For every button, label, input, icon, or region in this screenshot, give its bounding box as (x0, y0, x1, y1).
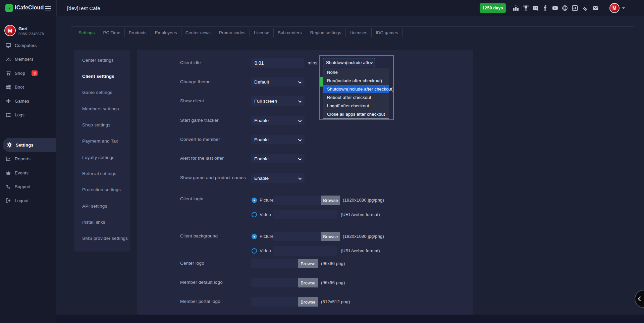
hamburger-menu-icon[interactable] (45, 5, 51, 11)
center-logo-input[interactable] (251, 259, 298, 268)
client-background-video-input[interactable] (273, 246, 337, 256)
sidebar-item-shop[interactable]: Shop 3 (0, 66, 56, 80)
client-background-label: Client background (180, 233, 218, 238)
layers-icon[interactable] (582, 5, 589, 11)
globe-icon[interactable] (561, 5, 568, 11)
nav-center-settings[interactable]: Center settings (82, 58, 114, 63)
client-login-picture-radio[interactable] (252, 198, 257, 203)
sidebar-item-label: Boot (15, 85, 24, 90)
client-login-video-radio[interactable] (252, 212, 257, 217)
tab-license[interactable]: License (250, 28, 274, 37)
sidebar-item-settings[interactable]: Settings (3, 138, 56, 152)
sidebar-item-label: Logs (15, 112, 24, 117)
start-game-tracker-select[interactable]: Enable (251, 116, 305, 125)
member-portal-logo-input[interactable] (251, 297, 298, 307)
member-default-logo-input[interactable] (251, 278, 298, 287)
show-client-select[interactable]: Full screen (251, 96, 305, 106)
client-background-picture-input[interactable] (273, 232, 321, 241)
tab-region-settings[interactable]: Region settings (306, 28, 346, 37)
client-login-picture-browse-button[interactable]: Browse (321, 196, 340, 205)
change-theme-value: Default (254, 79, 269, 85)
brand-logo-icon[interactable]: i2 (5, 4, 13, 12)
center-logo-browse-button[interactable]: Browse (298, 259, 318, 268)
sidebar-item-label: Reports (15, 156, 31, 161)
discord-icon[interactable] (532, 5, 539, 11)
tab-licenses[interactable]: Licenses (345, 28, 372, 37)
sidebar-item-support[interactable]: Support (0, 180, 56, 194)
dropdown-option-shutdown[interactable]: Shutdown(include after checkout) (323, 85, 389, 93)
show-game-product-names-select[interactable]: Enable (251, 173, 305, 183)
facebook-icon[interactable] (542, 5, 549, 11)
client-idle-action-select[interactable]: Shutdown(include after (323, 58, 375, 67)
chevron-down-icon[interactable] (622, 7, 625, 9)
client-background-video-radio-label: Video (260, 248, 271, 253)
tab-center-news[interactable]: Center news (181, 28, 215, 37)
alert-last-offer-select[interactable]: Enable (251, 154, 305, 163)
sidebar-avatar[interactable]: M (4, 25, 16, 36)
nav-protection-settings[interactable]: Protection settings (82, 187, 121, 192)
nav-install-links[interactable]: Install links (82, 220, 105, 225)
nav-referral-settings[interactable]: Referral settings (82, 171, 116, 176)
sidebar-item-label: Computers (15, 43, 37, 48)
icafecloud-icon[interactable] (572, 5, 578, 11)
tab-products[interactable]: Products (125, 28, 151, 37)
nav-sms-provider-settings[interactable]: SMS provider settings (82, 236, 128, 241)
tab-promo-codes[interactable]: Promo codes (215, 28, 250, 37)
sidebar-item-logs[interactable]: Logs (0, 108, 56, 122)
client-background-picture-hint: (1920x1080 jpg/png) (343, 234, 384, 239)
nav-shop-settings[interactable]: Shop settings (82, 122, 110, 127)
dropdown-option-run[interactable]: Run(include after checkout) (323, 76, 389, 85)
member-default-logo-browse-button[interactable]: Browse (298, 278, 318, 287)
crown-icon (6, 170, 11, 175)
sidebar-item-members[interactable]: Members (0, 52, 56, 66)
change-theme-select[interactable]: Default (251, 77, 305, 87)
tab-idc-games[interactable]: IDC games (372, 28, 402, 37)
client-background-picture-radio[interactable] (252, 234, 257, 239)
trophy-icon[interactable] (523, 5, 529, 11)
dropdown-option-close-all-apps[interactable]: Close all apps after checkout (323, 110, 389, 118)
tab-sub-centers[interactable]: Sub centers (274, 28, 306, 37)
tab-employees[interactable]: Employees (151, 28, 181, 37)
sidebar-item-events[interactable]: Events (0, 166, 56, 180)
client-login-picture-input[interactable] (273, 196, 321, 205)
convert-to-member-label: Convert to member (180, 137, 220, 142)
user-phone: 008612345678 (18, 32, 44, 36)
license-days-badge[interactable]: 1250 days (480, 3, 506, 13)
mail-icon[interactable] (592, 5, 599, 11)
convert-to-member-value: Enable (254, 137, 269, 142)
monitor-icon (6, 43, 11, 48)
nav-game-settings[interactable]: Game settings (82, 90, 112, 95)
sidebar-item-reports[interactable]: Reports (0, 152, 56, 166)
sidebar-item-computers[interactable]: Computers (0, 39, 56, 52)
nav-api-settings[interactable]: API settings (82, 204, 107, 209)
member-portal-logo-browse-button[interactable]: Browse (298, 297, 318, 307)
edge-panel-toggle[interactable] (635, 290, 644, 308)
client-idle-input[interactable] (251, 58, 304, 68)
client-background-picture-browse-button[interactable]: Browse (321, 232, 340, 241)
sidebar-item-boot[interactable]: Boot (0, 80, 56, 94)
user-avatar[interactable]: M (609, 3, 620, 13)
nav-loyalty-settings[interactable]: Loyalty settings (82, 155, 114, 160)
nav-members-settings[interactable]: Members settings (82, 106, 119, 111)
dropdown-option-none[interactable]: None (323, 68, 389, 76)
client-idle-action-dropdown-list: None Run(include after checkout) Shutdow… (323, 68, 389, 119)
gamepad-icon (6, 98, 11, 104)
ranking-icon[interactable] (513, 5, 519, 11)
nav-client-settings[interactable]: Client settings (82, 74, 114, 79)
tab-settings[interactable]: Settings (74, 28, 99, 37)
sidebar-item-logout[interactable]: Logout (0, 194, 56, 208)
client-background-video-radio[interactable] (252, 248, 257, 254)
tab-pc-time[interactable]: PC Time (99, 28, 125, 37)
sidebar: M Geri 008612345678 Computers Members Sh… (0, 16, 56, 323)
nav-payment-and-tax[interactable]: Payment and Tax (82, 139, 118, 144)
convert-to-member-select[interactable]: Enable (251, 135, 305, 144)
dropdown-option-logoff[interactable]: Logoff after checkout (323, 102, 389, 110)
show-game-product-names-label: Show game and product names (180, 175, 246, 180)
center-logo-label: Center logo (180, 261, 204, 266)
center-logo-hint: (96x96 png) (321, 261, 345, 266)
youtube-icon[interactable] (552, 5, 558, 11)
client-login-video-input[interactable] (273, 210, 337, 219)
sidebar-item-games[interactable]: Games (0, 94, 56, 108)
chevron-down-icon (298, 99, 302, 103)
dropdown-option-reboot[interactable]: Reboot after checkout (323, 93, 389, 102)
